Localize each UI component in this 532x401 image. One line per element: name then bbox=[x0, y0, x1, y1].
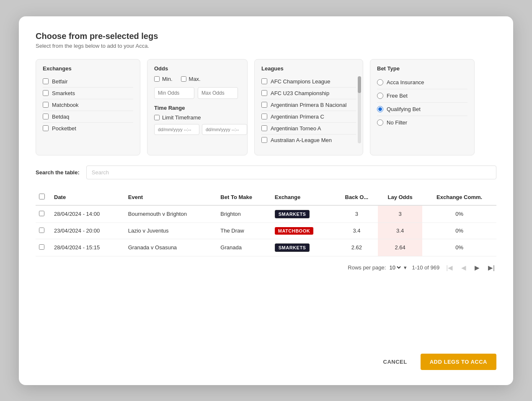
row3-checkbox[interactable] bbox=[39, 244, 44, 250]
row2-exchange: MATCHBOOK bbox=[271, 222, 336, 239]
scrollbar-thumb bbox=[358, 76, 361, 93]
afc-champions-checkbox[interactable] bbox=[261, 78, 267, 84]
max-odds-input[interactable] bbox=[198, 87, 238, 99]
filters-row: Exchanges Betfair Smarkets Matchbook Bet… bbox=[36, 59, 496, 155]
aus-aleague-label: Australian A-League Men bbox=[271, 137, 332, 143]
row1-checkbox[interactable] bbox=[39, 211, 44, 216]
modal-subtitle: Select from the legs below to add to you… bbox=[36, 43, 496, 49]
col-date: Date bbox=[51, 189, 125, 205]
row3-exchange-comm: 0% bbox=[422, 239, 496, 256]
betfair-label: Betfair bbox=[52, 78, 68, 85]
row2-back-odds: 3.4 bbox=[336, 222, 378, 239]
rows-per-page-container: Rows per page: 10 25 50 ▾ bbox=[348, 264, 407, 271]
max-odds-label: Max. bbox=[189, 76, 201, 82]
last-page-button[interactable]: ▶| bbox=[486, 263, 496, 272]
row3-bet-to-make: Granada bbox=[217, 239, 271, 256]
col-exchange-comm: Exchange Comm. bbox=[422, 189, 496, 205]
exchanges-filter: Exchanges Betfair Smarkets Matchbook Bet… bbox=[36, 59, 140, 155]
row2-checkbox[interactable] bbox=[39, 228, 44, 233]
row3-lay-odds: 2.64 bbox=[378, 239, 422, 256]
row2-exchange-badge: MATCHBOOK bbox=[275, 227, 313, 235]
leagues-filter: Leagues AFC Champions League AFC U23 Cha… bbox=[254, 59, 363, 155]
odds-inputs-row bbox=[154, 87, 240, 99]
table-row: 23/04/2024 - 20:00 Lazio v Juventus The … bbox=[36, 222, 496, 239]
exchange-pocketbet: Pocketbet bbox=[43, 123, 133, 134]
cancel-button[interactable]: CANCEL bbox=[377, 354, 414, 369]
chevron-down-icon: ▾ bbox=[404, 264, 407, 271]
pagination-row: Rows per page: 10 25 50 ▾ 1-10 of 969 |◀… bbox=[36, 263, 496, 272]
prev-page-button[interactable]: ◀ bbox=[460, 263, 468, 272]
exchange-betdaq: Betdaq bbox=[43, 111, 133, 123]
min-odds-checkbox[interactable] bbox=[154, 76, 160, 82]
add-legs-button[interactable]: ADD LEGS TO ACCA bbox=[421, 354, 496, 370]
row1-bet-to-make: Brighton bbox=[217, 205, 271, 223]
limit-timeframe-label: Limit Timeframe bbox=[162, 114, 201, 121]
free-bet-label: Free Bet bbox=[387, 93, 408, 99]
odds-min-max-row: Min. Max. bbox=[154, 76, 240, 82]
rows-per-page-select[interactable]: 10 25 50 bbox=[387, 264, 402, 271]
betdaq-checkbox[interactable] bbox=[43, 114, 49, 119]
free-bet-radio[interactable] bbox=[377, 93, 383, 99]
league-afc-u23: AFC U23 Championship bbox=[261, 88, 356, 99]
exchanges-label: Exchanges bbox=[43, 65, 133, 72]
bet-type-no-filter: No Filter bbox=[377, 116, 467, 129]
betdaq-label: Betdaq bbox=[52, 114, 69, 120]
aus-aleague-checkbox[interactable] bbox=[261, 137, 267, 143]
matchbook-label: Matchbook bbox=[52, 102, 79, 108]
select-all-checkbox[interactable] bbox=[39, 194, 45, 199]
first-page-button[interactable]: |◀ bbox=[444, 263, 455, 272]
no-filter-radio[interactable] bbox=[377, 119, 383, 126]
qualifying-bet-radio[interactable] bbox=[377, 106, 383, 112]
bet-type-free-bet: Free Bet bbox=[377, 89, 467, 103]
modal-container: Choose from pre-selected legs Select fro… bbox=[19, 16, 513, 385]
arg-primera-b-label: Argentinian Primera B Nacional bbox=[271, 102, 346, 108]
acca-insurance-radio[interactable] bbox=[377, 79, 383, 85]
col-bet-to-make: Bet To Make bbox=[217, 189, 271, 205]
matchbook-checkbox[interactable] bbox=[43, 102, 49, 108]
rows-per-page-label: Rows per page: bbox=[348, 264, 386, 271]
pocketbet-label: Pocketbet bbox=[52, 125, 76, 132]
limit-timeframe-checkbox[interactable] bbox=[154, 115, 160, 120]
col-event: Event bbox=[125, 189, 217, 205]
league-arg-primera-c: Argentinian Primera C bbox=[261, 111, 356, 123]
col-lay-odds: Lay Odds bbox=[378, 189, 422, 205]
arg-torneo-a-checkbox[interactable] bbox=[261, 125, 267, 131]
smarkets-checkbox[interactable] bbox=[43, 90, 49, 96]
search-input[interactable] bbox=[86, 166, 496, 179]
min-odds-input[interactable] bbox=[154, 87, 194, 99]
odds-filter: Odds Min. Max. Time Range Limit Timefram… bbox=[147, 59, 248, 155]
time-range-label: Time Range bbox=[154, 105, 240, 111]
afc-u23-checkbox[interactable] bbox=[261, 90, 267, 96]
arg-primera-c-checkbox[interactable] bbox=[261, 114, 267, 119]
afc-champions-label: AFC Champions League bbox=[271, 78, 330, 85]
table-row: 28/04/2024 - 15:15 Granada v Osasuna Gra… bbox=[36, 239, 496, 256]
leagues-label: Leagues bbox=[261, 65, 356, 72]
date-start-input[interactable] bbox=[154, 124, 199, 135]
league-arg-torneo-a: Argentinian Torneo A bbox=[261, 123, 356, 135]
row3-exchange: SMARKETS bbox=[271, 239, 336, 256]
max-odds-checkbox[interactable] bbox=[181, 76, 186, 82]
row3-date: 28/04/2024 - 15:15 bbox=[51, 239, 125, 256]
row1-back-odds: 3 bbox=[336, 205, 378, 223]
scrollbar-track bbox=[358, 76, 361, 143]
page-info: 1-10 of 969 bbox=[412, 264, 439, 271]
date-end-input[interactable] bbox=[202, 124, 247, 135]
row1-lay-odds: 3 bbox=[378, 205, 422, 223]
row1-event: Bournemouth v Brighton bbox=[125, 205, 217, 223]
exchange-betfair: Betfair bbox=[43, 76, 133, 88]
max-odds-check: Max. bbox=[181, 76, 201, 82]
arg-primera-b-checkbox[interactable] bbox=[261, 102, 267, 108]
pocketbet-checkbox[interactable] bbox=[43, 125, 49, 131]
next-page-button[interactable]: ▶ bbox=[473, 263, 481, 272]
table-section: Date Event Bet To Make Exchange Back O..… bbox=[36, 189, 496, 354]
arg-torneo-a-label: Argentinian Torneo A bbox=[271, 125, 321, 132]
modal-title: Choose from pre-selected legs bbox=[36, 31, 496, 41]
row1-exchange-badge: SMARKETS bbox=[275, 210, 310, 218]
exchange-smarkets: Smarkets bbox=[43, 88, 133, 99]
row3-back-odds: 2.62 bbox=[336, 239, 378, 256]
date-inputs-row bbox=[154, 124, 240, 135]
row1-exchange-comm: 0% bbox=[422, 205, 496, 223]
row1-exchange: SMARKETS bbox=[271, 205, 336, 223]
betfair-checkbox[interactable] bbox=[43, 78, 49, 84]
footer-buttons: CANCEL ADD LEGS TO ACCA bbox=[36, 354, 496, 370]
